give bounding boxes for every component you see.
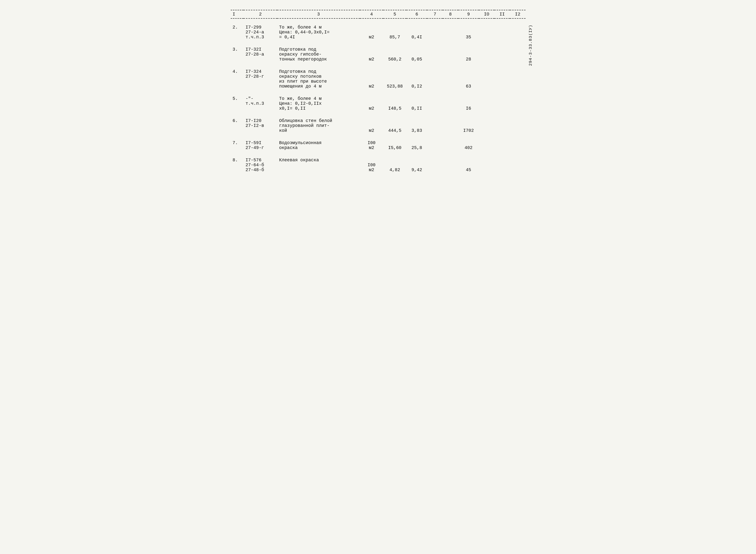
- row-col8: [443, 24, 458, 41]
- row-code: I7-32I 27-28-а: [244, 46, 277, 63]
- row-col6: 25,8: [406, 140, 427, 151]
- row-col8: [443, 95, 458, 112]
- row-col12: [510, 95, 525, 112]
- row-desc: Подготовка подокраску гипсобе-тонных пер…: [277, 46, 360, 63]
- row-code: I7-59I 27-49-г: [244, 140, 277, 151]
- row-col9: 28: [458, 46, 479, 63]
- row-col11: [494, 117, 510, 134]
- spacer-row: [231, 63, 525, 68]
- table-row: 3. I7-32I 27-28-а Подготовка подокраску …: [231, 46, 525, 63]
- row-col5: I48,5: [383, 95, 406, 112]
- row-col6: 0,II: [406, 95, 427, 112]
- header-row: I 2 3 4 5 6 7 8 9 IO II I2: [231, 10, 525, 18]
- row-desc: То же, более 4 мЦена: 0,I2-0,IIхх0,I= 0,…: [277, 95, 360, 112]
- row-num: 2.: [231, 24, 244, 41]
- row-col5: 85,7: [383, 24, 406, 41]
- row-col6: 3,83: [406, 117, 427, 134]
- row-col12: [510, 68, 525, 90]
- row-col4: I00 м2: [360, 140, 383, 151]
- row-col4: I00 м2: [360, 157, 383, 173]
- row-col9: 402: [458, 140, 479, 151]
- row-col9: 45: [458, 157, 479, 173]
- spacer-row: [231, 90, 525, 95]
- row-col11: [494, 140, 510, 151]
- header-col-8: 8: [443, 10, 458, 18]
- row-col8: [443, 157, 458, 173]
- row-col6: 0,05: [406, 46, 427, 63]
- header-col-10: IO: [479, 10, 494, 18]
- table-row: 6. I7-I20 27-I2-в Облицовка стен белойгл…: [231, 117, 525, 134]
- header-col-2: 2: [244, 10, 277, 18]
- row-col4: м2: [360, 46, 383, 63]
- row-col9: I702: [458, 117, 479, 134]
- header-col-1: I: [231, 10, 244, 18]
- row-col8: [443, 46, 458, 63]
- row-col7: [427, 24, 442, 41]
- row-num: 6.: [231, 117, 244, 134]
- table-row: 8. I7-576 27-64-б 27-48-б Клеевая окраск…: [231, 157, 525, 173]
- table-row: 5. -"- т.ч.п.3 То же, более 4 мЦена: 0,I…: [231, 95, 525, 112]
- row-col8: [443, 140, 458, 151]
- main-table: I 2 3 4 5 6 7 8 9 IO II I2 2. I7-299 27-…: [231, 10, 525, 183]
- spacer-row: [231, 112, 525, 117]
- row-code: I7-I20 27-I2-в: [244, 117, 277, 134]
- header-col-6: 6: [406, 10, 427, 18]
- row-num: 3.: [231, 46, 244, 63]
- row-col7: [427, 68, 442, 90]
- row-col12: [510, 140, 525, 151]
- row-col7: [427, 157, 442, 173]
- row-col12: [510, 117, 525, 134]
- table-body: 2. I7-299 27-24-а т.ч.п.3 То же, более 4…: [231, 18, 525, 183]
- row-col4: м2: [360, 117, 383, 134]
- row-col5: 4,82: [383, 157, 406, 173]
- row-col5: 560,2: [383, 46, 406, 63]
- row-col12: [510, 46, 525, 63]
- row-col9: 35: [458, 24, 479, 41]
- row-code: I7-299 27-24-а т.ч.п.3: [244, 24, 277, 41]
- end-spacer: [231, 173, 525, 183]
- row-col6: 0,4I: [406, 24, 427, 41]
- row-code: I7-324 27-28-г: [244, 68, 277, 90]
- row-col8: [443, 117, 458, 134]
- row-col4: м2: [360, 95, 383, 112]
- row-col10: [479, 46, 494, 63]
- row-col9: 63: [458, 68, 479, 90]
- row-col4: м2: [360, 68, 383, 90]
- header-col-11: II: [494, 10, 510, 18]
- page-container: 294-3-33.83(IУ) I 2 3 4 5 6 7 8 9 IO II …: [231, 10, 525, 183]
- row-num: 5.: [231, 95, 244, 112]
- row-col11: [494, 68, 510, 90]
- table-row: 2. I7-299 27-24-а т.ч.п.3 То же, более 4…: [231, 24, 525, 41]
- row-col10: [479, 140, 494, 151]
- header-col-12: I2: [510, 10, 525, 18]
- side-label: 294-3-33.83(IУ): [528, 24, 533, 66]
- row-col7: [427, 117, 442, 134]
- spacer-row: [231, 134, 525, 140]
- row-col6: 9,42: [406, 157, 427, 173]
- row-code: -"- т.ч.п.3: [244, 95, 277, 112]
- header-col-4: 4: [360, 10, 383, 18]
- spacer-row: [231, 18, 525, 24]
- row-col11: [494, 24, 510, 41]
- row-desc: Клеевая окраска: [277, 157, 360, 173]
- row-col10: [479, 157, 494, 173]
- row-col12: [510, 24, 525, 41]
- row-col9: I6: [458, 95, 479, 112]
- row-col10: [479, 95, 494, 112]
- row-col7: [427, 140, 442, 151]
- row-num: 4.: [231, 68, 244, 90]
- row-col11: [494, 157, 510, 173]
- row-num: 8.: [231, 157, 244, 173]
- row-col5: 523,88: [383, 68, 406, 90]
- row-col11: [494, 95, 510, 112]
- row-col5: I5,60: [383, 140, 406, 151]
- row-col8: [443, 68, 458, 90]
- header-col-9: 9: [458, 10, 479, 18]
- header-col-7: 7: [427, 10, 442, 18]
- row-desc: Подготовка подокраску потолковиз плит пр…: [277, 68, 360, 90]
- row-col11: [494, 46, 510, 63]
- row-col7: [427, 95, 442, 112]
- header-col-3: 3: [277, 10, 360, 18]
- row-code: I7-576 27-64-б 27-48-б: [244, 157, 277, 173]
- header-col-5: 5: [383, 10, 406, 18]
